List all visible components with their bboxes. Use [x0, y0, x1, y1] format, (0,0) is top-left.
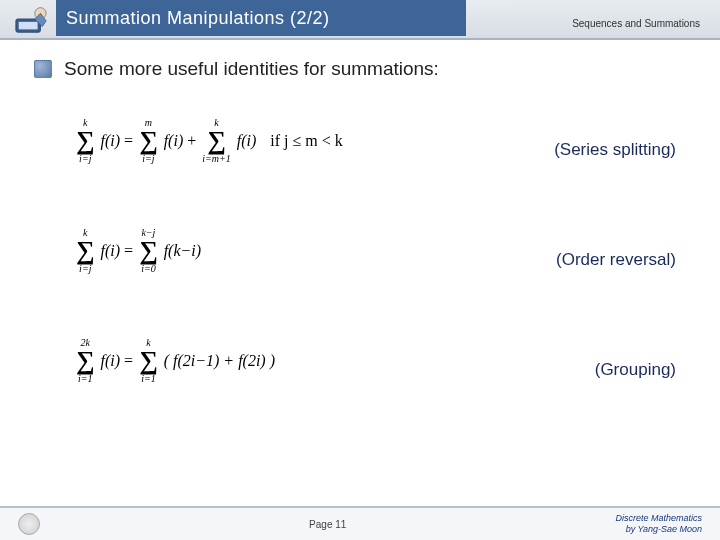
title-block: Summation Manipulations (2/2)	[56, 0, 466, 36]
page-number: Page 11	[309, 519, 346, 530]
footer-credits: Discrete Mathematics by Yang-Sae Moon	[615, 513, 702, 535]
author-name: by Yang-Sae Moon	[615, 524, 702, 535]
main-content: Some more useful identities for summatio…	[0, 58, 720, 434]
footer: Page 11 Discrete Mathematics by Yang-Sae…	[0, 506, 720, 540]
identity-splitting: k∑i=j f(i) = m∑i=j f(i) + k∑i=m+1 f(i) i…	[74, 104, 686, 204]
page-title: Summation Manipulations (2/2)	[66, 8, 330, 29]
equation: 2k∑i=1 f(i) = k∑i=1 ( f(2i−1) + f(2i) )	[74, 338, 275, 384]
section-subtitle: Sequences and Summations	[572, 18, 700, 29]
bullet-icon	[34, 60, 52, 78]
bullet-row: Some more useful identities for summatio…	[34, 58, 686, 80]
header-icon	[12, 2, 50, 36]
svg-rect-1	[19, 22, 38, 30]
equation: k∑i=j f(i) = k−j∑i=0 f(k−i)	[74, 228, 201, 274]
identity-grouping: 2k∑i=1 f(i) = k∑i=1 ( f(2i−1) + f(2i) ) …	[74, 324, 686, 424]
bullet-text: Some more useful identities for summatio…	[64, 58, 439, 80]
identity-label: (Series splitting)	[554, 140, 676, 160]
identity-label: (Grouping)	[595, 360, 676, 380]
identity-label: (Order reversal)	[556, 250, 676, 270]
equation: k∑i=j f(i) = m∑i=j f(i) + k∑i=m+1 f(i) i…	[74, 118, 343, 164]
identity-reversal: k∑i=j f(i) = k−j∑i=0 f(k−i) (Order rever…	[74, 214, 686, 314]
course-name: Discrete Mathematics	[615, 513, 702, 524]
footer-logo	[18, 513, 40, 535]
